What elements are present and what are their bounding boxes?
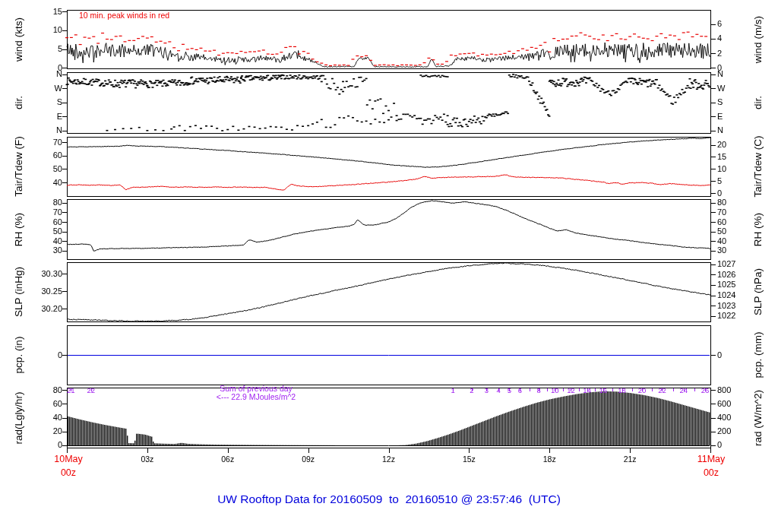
xaxis-start-hour: 00z	[42, 468, 95, 478]
y-tick-right-wind: 6	[717, 20, 752, 28]
y-tick-right-rh: 60	[717, 218, 752, 226]
axis-title-pcp-in: pcp. (in)	[13, 337, 24, 374]
y-tick-right-rh: 30	[717, 246, 752, 255]
y-tick-right-tair_tdew: 15	[717, 153, 752, 161]
y-tick-right-rh: 40	[717, 237, 752, 245]
peak-winds-annotation: 10 min. peak winds in red	[79, 11, 169, 20]
xaxis-end-date: 11May	[685, 454, 738, 464]
axis-title-slp-inhg: SLP (inHg)	[13, 267, 24, 317]
cum-mjoule-mark-18: 18	[613, 387, 631, 394]
y-tick-right-rad: 800	[717, 386, 752, 394]
y-tick-right-tair_tdew: 5	[717, 177, 752, 185]
y-tick-left-wind: 15	[27, 8, 62, 16]
cum-mjoule-mark-22: 22	[82, 387, 100, 394]
y-tick-right-wind: 4	[717, 34, 752, 43]
y-tick-right-wind: 2	[717, 49, 752, 58]
axis-title-pcp-mm: pcp. (mm)	[752, 332, 764, 378]
y-tick-left-tair_tdew: 50	[27, 165, 62, 173]
y-tick-right-slp: 1023	[717, 302, 752, 310]
y-tick-right-dir: W	[717, 84, 752, 93]
axis-title-rad-wm2: rad (W/m^2)	[752, 390, 764, 446]
cum-mjoule-mark-6: 6	[511, 387, 529, 394]
x-tick-06z: 06z	[209, 455, 247, 464]
y-tick-right-rad: 0	[717, 441, 752, 449]
axis-title-tair-f: Tair/Tdew (F)	[13, 136, 24, 197]
y-tick-right-tair_tdew: 0	[717, 189, 752, 198]
axis-title-wind-kts: wind (kts)	[13, 17, 24, 62]
y-tick-left-dir: E	[27, 112, 62, 121]
cum-mjoule-mark-16: 16	[594, 387, 612, 394]
x-tick-21z: 21z	[611, 455, 649, 464]
weather-dashboard: 0510150246NWSENNWSEN40506070051015203040…	[0, 0, 778, 532]
y-tick-right-slp: 1027	[717, 260, 752, 268]
y-tick-left-tair_tdew: 60	[27, 151, 62, 160]
y-tick-left-dir: N	[27, 126, 62, 135]
y-tick-right-slp: 1022	[717, 312, 752, 320]
y-tick-left-rh: 50	[27, 227, 62, 236]
xaxis-end-hour: 00z	[685, 468, 738, 478]
y-tick-left-rad: 0	[27, 441, 62, 449]
y-tick-left-dir: S	[27, 98, 62, 106]
x-tick-12z: 12z	[370, 455, 408, 464]
y-tick-right-rh: 70	[717, 208, 752, 217]
y-tick-right-rad: 400	[717, 413, 752, 422]
y-tick-left-rad: 80	[27, 386, 62, 394]
y-tick-right-dir: S	[717, 98, 752, 106]
y-tick-left-rh: 40	[27, 237, 62, 245]
y-tick-left-rad: 20	[27, 427, 62, 435]
axis-title-rh-right: RH (%)	[752, 212, 764, 245]
x-tick-09z: 09z	[289, 455, 327, 464]
y-tick-left-rh: 70	[27, 208, 62, 217]
cum-mjoule-mark-21: 21	[62, 387, 80, 394]
multipanel-plot-canvas	[0, 0, 778, 532]
sum-previous-day-value: <--- 22.9 MJoules/m^2	[217, 393, 296, 401]
y-tick-left-rh: 60	[27, 218, 62, 226]
y-tick-right-rad: 600	[717, 400, 752, 408]
y-tick-right-slp: 1025	[717, 280, 752, 289]
x-tick-18z: 18z	[530, 455, 568, 464]
cum-mjoule-mark-22: 22	[653, 387, 671, 394]
y-tick-left-rad: 60	[27, 400, 62, 408]
y-tick-left-dir: N	[27, 70, 62, 78]
y-tick-right-tair_tdew: 10	[717, 165, 752, 173]
y-tick-right-dir: E	[717, 112, 752, 121]
y-tick-right-tair_tdew: 20	[717, 141, 752, 149]
y-tick-left-tair_tdew: 70	[27, 138, 62, 147]
y-tick-right-dir: N	[717, 70, 752, 78]
y-tick-left-rad: 40	[27, 413, 62, 422]
axis-title-dir-left: dir.	[13, 96, 24, 109]
y-tick-left-rh: 80	[27, 198, 62, 207]
y-tick-left-rh: 30	[27, 246, 62, 255]
axis-title-wind-ms: wind (m/s)	[752, 15, 764, 62]
cum-mjoule-mark-24: 24	[675, 387, 693, 394]
cum-mjoule-mark-20: 20	[633, 387, 651, 394]
y-tick-left-wind: 5	[27, 45, 62, 53]
y-tick-left-dir: W	[27, 84, 62, 93]
axis-title-tair-c: Tair/Tdew (C)	[752, 135, 764, 197]
x-tick-15z: 15z	[450, 455, 488, 464]
y-tick-left-slp: 30.20	[27, 305, 62, 313]
y-tick-left-slp: 30.30	[27, 270, 62, 278]
axis-title-slp-hpa: SLP (hPa)	[752, 268, 764, 315]
y-tick-right-rad: 200	[717, 427, 752, 435]
chart-title: UW Rooftop Data for 20160509 to 20160510…	[0, 492, 778, 505]
axis-title-rad-lgly: rad(Lgly/hr)	[13, 391, 24, 444]
axis-title-dir-right: dir.	[752, 96, 764, 109]
y-tick-right-pcp: 0	[717, 351, 752, 359]
cum-mjoule-mark-26: 26	[696, 387, 714, 394]
y-tick-right-rh: 80	[717, 198, 752, 207]
y-tick-right-slp: 1024	[717, 291, 752, 299]
y-tick-right-slp: 1026	[717, 271, 752, 279]
y-tick-left-wind: 10	[27, 26, 62, 34]
axis-title-rh-left: RH (%)	[13, 212, 24, 245]
y-tick-left-tair_tdew: 40	[27, 179, 62, 187]
cum-mjoule-mark-1: 1	[444, 387, 462, 394]
xaxis-start-date: 10May	[42, 454, 95, 464]
y-tick-right-dir: N	[717, 126, 752, 135]
y-tick-left-slp: 30.25	[27, 287, 62, 296]
y-tick-left-pcp: 0	[27, 351, 62, 359]
y-tick-right-rh: 50	[717, 227, 752, 236]
x-tick-03z: 03z	[128, 455, 166, 464]
